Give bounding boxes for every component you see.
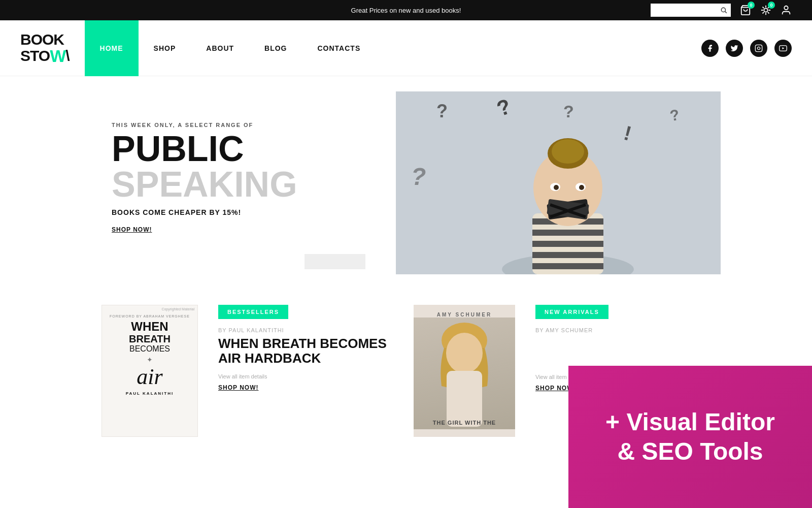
hero-title1: PUBLIC	[112, 131, 294, 167]
search-button[interactable]	[717, 4, 731, 17]
top-bar: Great Prices on new and used books! 0 0	[0, 0, 812, 20]
promo-line1: + Visual Editor	[605, 408, 775, 435]
announcement-text: Great Prices on new and used books!	[351, 7, 461, 14]
bestsellers-by: BY PAUL KALANTITHI	[218, 327, 393, 333]
book-title-when: WHEN	[131, 320, 168, 333]
top-bar-icons: 0 0	[740, 5, 792, 16]
qmark6: ?	[411, 163, 426, 190]
svg-point-28	[446, 333, 483, 373]
hero-desc: BOOKS COME CHEAPER BY 15%!	[112, 208, 294, 216]
svg-rect-14	[532, 263, 603, 269]
account-icon[interactable]	[781, 5, 792, 16]
book-author: PAUL KALANITHI	[126, 391, 174, 396]
youtube-icon[interactable]	[774, 40, 792, 57]
bestsellers-view-details: View all item details	[218, 373, 393, 379]
svg-point-20	[554, 185, 559, 190]
nav-items: HOME SHOP ABOUT BLOG CONTACTS	[85, 20, 376, 76]
book-title-becomes: BECOMES	[129, 344, 170, 354]
nav-item-blog[interactable]: BLOG	[249, 20, 302, 76]
social-links	[701, 40, 792, 57]
book-copyright: Copyrighted Material	[161, 307, 194, 311]
twitter-icon[interactable]	[726, 40, 743, 57]
bestsellers-badge: BESTSELLERS	[218, 305, 288, 319]
amy-book-cover: AMY SCHUMER THE GIRL WITH THE	[414, 305, 515, 437]
search-bar[interactable]	[651, 4, 731, 17]
logo-book: BOOK	[20, 31, 64, 48]
amy-title-bottom: THE GIRL WITH THE	[418, 420, 511, 426]
instagram-icon[interactable]	[750, 40, 767, 57]
svg-rect-11	[532, 230, 603, 236]
hero-image-container: ? ? ? ! ? ?	[396, 91, 721, 274]
hero-woman-svg	[471, 112, 664, 274]
search-input[interactable]	[651, 4, 717, 17]
hero-cta-link[interactable]: SHOP NOW!	[112, 226, 152, 233]
qmark5: ?	[668, 106, 681, 125]
hero-section: This week only, a select range of PUBLIC…	[0, 76, 812, 279]
bestsellers-section: BESTSELLERS BY PAUL KALANTITHI WHEN BREA…	[218, 305, 393, 392]
amy-author-top: AMY SCHUMER	[437, 312, 492, 318]
promo-overlay: + Visual Editor & SEO Tools	[568, 366, 812, 457]
hero-text-block: This week only, a select range of PUBLIC…	[101, 107, 320, 249]
svg-rect-5	[755, 45, 762, 51]
logo-slash: \	[65, 48, 69, 64]
hero-title2: SPEAKING	[112, 167, 294, 202]
promo-line2: & SEO Tools	[617, 438, 763, 457]
new-arrivals-badge: NEW ARRIVALS	[535, 305, 608, 319]
logo-sto: STO	[20, 48, 50, 64]
svg-point-4	[784, 6, 788, 10]
svg-point-17	[552, 139, 584, 164]
logo[interactable]: BOOK STOW\	[20, 32, 70, 65]
svg-point-21	[579, 185, 584, 190]
amy-figure-placeholder: THE GIRL WITH THE	[414, 318, 515, 429]
bestsellers-cta[interactable]: SHOP NOW!	[218, 384, 258, 391]
hero-decoration	[304, 254, 365, 269]
svg-rect-13	[532, 252, 603, 258]
book-cover-when-breath: Foreword by Abraham Verghese WHEN BREATH…	[101, 305, 198, 437]
new-arrivals-by: BY AMY SCHUMER	[535, 327, 710, 333]
nav-item-shop[interactable]: SHOP	[139, 20, 191, 76]
main-nav: BOOK STOW\ HOME SHOP ABOUT BLOG CONTACTS	[0, 20, 812, 76]
amy-svg	[424, 320, 505, 427]
svg-rect-12	[532, 241, 603, 247]
cart-icon[interactable]: 0	[740, 5, 751, 16]
nav-item-contacts[interactable]: CONTACTS	[302, 20, 376, 76]
hero-subtitle: This week only, a select range of	[112, 122, 294, 128]
book-air: air	[137, 366, 162, 388]
facebook-icon[interactable]	[701, 40, 719, 57]
compare-icon[interactable]: 0	[760, 5, 771, 16]
svg-marker-7	[783, 47, 785, 49]
svg-rect-29	[447, 371, 482, 427]
book-foreword: Foreword by Abraham Verghese	[110, 314, 190, 318]
compare-badge: 0	[768, 2, 775, 9]
svg-line-1	[725, 12, 727, 13]
bestsellers-title: WHEN BREATH BECOMES AIR HARDBACK	[218, 336, 393, 365]
bird-decoration: ✦	[147, 356, 153, 364]
nav-item-about[interactable]: ABOUT	[191, 20, 249, 76]
svg-point-3	[764, 8, 767, 12]
promo-text-block: + Visual Editor & SEO Tools	[595, 397, 785, 457]
logo-w: W	[50, 47, 65, 65]
svg-point-0	[721, 8, 725, 12]
book-title-breath: BREATH	[129, 333, 171, 344]
cart-badge: 0	[748, 2, 755, 9]
qmark1: ?	[436, 101, 448, 122]
nav-item-home[interactable]: HOME	[85, 20, 139, 76]
